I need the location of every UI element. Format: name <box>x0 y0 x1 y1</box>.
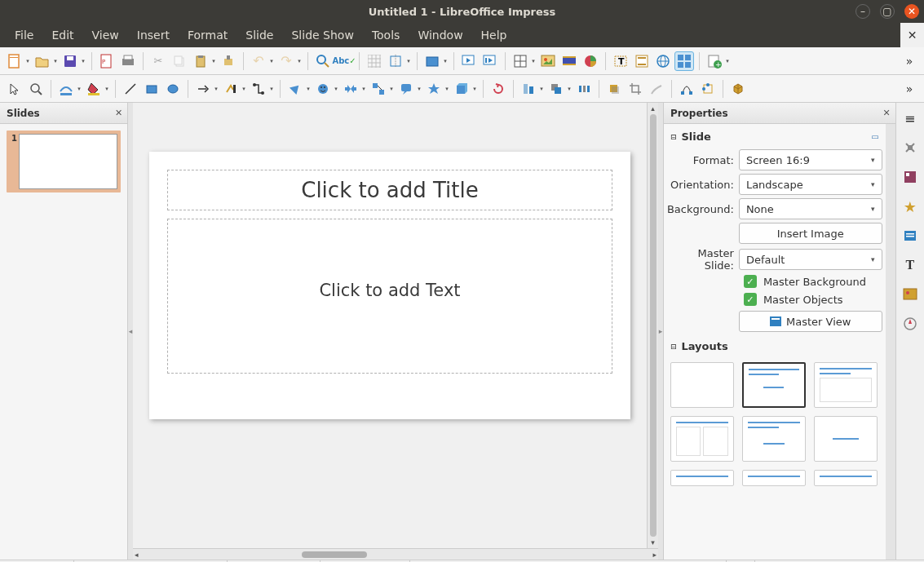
display-dropdown[interactable]: ▾ <box>442 58 449 64</box>
insert-image-icon[interactable] <box>538 51 558 71</box>
vertical-scrollbar[interactable]: ▴▾ <box>647 103 658 548</box>
layout-title-only[interactable] <box>814 362 878 408</box>
layout-two-content[interactable] <box>670 416 734 462</box>
save-icon[interactable] <box>60 51 80 71</box>
layout-8[interactable] <box>742 470 806 486</box>
curve-dropdown[interactable]: ▾ <box>241 86 247 92</box>
master-slide-select[interactable]: Default▾ <box>739 249 882 270</box>
print-icon[interactable] <box>118 51 138 71</box>
menu-help[interactable]: Help <box>473 25 515 45</box>
new-slide-icon[interactable]: + <box>705 51 724 71</box>
zoom-tool-icon[interactable] <box>26 79 46 99</box>
sidebar-transition-icon[interactable] <box>900 225 921 246</box>
cut-icon[interactable]: ✂ <box>148 51 168 71</box>
insert-image-button[interactable]: Insert Image <box>739 223 882 244</box>
redo-icon[interactable]: ↷ <box>276 51 296 71</box>
flowchart-icon[interactable] <box>369 79 388 99</box>
orientation-select[interactable]: Landscape▾ <box>739 174 882 195</box>
format-select[interactable]: Screen 16:9▾ <box>739 149 882 170</box>
sidebar-gallery-icon[interactable] <box>900 284 921 305</box>
fill-color-icon[interactable] <box>84 79 104 99</box>
line-color-dropdown[interactable]: ▾ <box>76 86 82 92</box>
arrow-dropdown[interactable]: ▾ <box>213 86 219 92</box>
sidebar-animation-icon[interactable]: ★ <box>900 196 921 217</box>
properties-close-icon[interactable]: ✕ <box>882 108 890 118</box>
rectangle-tool-icon[interactable] <box>142 79 161 99</box>
filter-icon[interactable] <box>647 79 666 99</box>
sidebar-style-icon[interactable]: T <box>900 254 921 276</box>
stars-icon[interactable] <box>424 79 444 99</box>
slide-thumbnail-1[interactable]: 1 <box>7 131 121 192</box>
crop-icon[interactable] <box>626 79 645 99</box>
symbol-shapes-icon[interactable] <box>313 79 333 99</box>
shadow-icon[interactable] <box>604 79 624 99</box>
arrow-tool-icon[interactable] <box>193 79 213 99</box>
layout-centered[interactable] <box>742 416 806 462</box>
callout-dropdown[interactable]: ▾ <box>416 86 422 92</box>
menu-tools[interactable]: Tools <box>364 25 409 45</box>
find-replace-icon[interactable] <box>313 51 333 71</box>
callout-icon[interactable] <box>396 79 416 99</box>
undo-dropdown[interactable]: ▾ <box>268 58 275 64</box>
spellcheck-icon[interactable]: Abc✓ <box>334 51 354 71</box>
paste-dropdown[interactable]: ▾ <box>210 58 217 64</box>
master-background-checkbox[interactable]: ✓Master Background <box>744 275 882 288</box>
slide-section-more-icon[interactable]: ▭ <box>871 132 878 141</box>
canvas-viewport[interactable]: Click to add Title Click to add Text <box>133 103 647 548</box>
new-slide-dropdown[interactable]: ▾ <box>724 58 731 64</box>
align-icon[interactable] <box>519 79 538 99</box>
arrange-icon[interactable] <box>546 79 566 99</box>
insert-chart-icon[interactable] <box>581 51 600 71</box>
menu-slideshow[interactable]: Slide Show <box>283 25 361 45</box>
sidebar-properties-icon[interactable] <box>900 137 921 158</box>
title-placeholder[interactable]: Click to add Title <box>167 170 612 210</box>
properties-scrollbar[interactable] <box>886 124 895 560</box>
helplines-icon[interactable] <box>386 51 405 71</box>
basic-shapes-icon[interactable] <box>285 79 305 99</box>
select-tool-icon[interactable] <box>5 79 24 99</box>
menu-insert[interactable]: Insert <box>129 25 178 45</box>
menu-format[interactable]: Format <box>179 25 236 45</box>
content-placeholder[interactable]: Click to add Text <box>167 219 612 374</box>
curve-tool-icon[interactable] <box>221 79 241 99</box>
sidebar-settings-icon[interactable]: ≡ <box>900 108 921 129</box>
insert-header-footer-icon[interactable] <box>632 51 652 71</box>
rotate-icon[interactable] <box>489 79 508 99</box>
block-arrows-dropdown[interactable]: ▾ <box>360 86 367 92</box>
slides-panel-close-icon[interactable]: ✕ <box>115 108 122 118</box>
flowchart-dropdown[interactable]: ▾ <box>388 86 395 92</box>
save-dropdown[interactable]: ▾ <box>80 58 86 64</box>
glue-points-icon[interactable] <box>698 79 718 99</box>
line-tool-icon[interactable] <box>121 79 140 99</box>
distribute-icon[interactable] <box>574 79 594 99</box>
toolbar-more-icon[interactable]: » <box>900 51 919 71</box>
open-dropdown[interactable]: ▾ <box>52 58 59 64</box>
layout-title-bottom[interactable] <box>814 416 878 462</box>
slide-canvas[interactable]: Click to add Title Click to add Text <box>149 152 630 419</box>
stars-dropdown[interactable]: ▾ <box>444 86 450 92</box>
insert-hyperlink-icon[interactable] <box>653 51 673 71</box>
open-icon[interactable] <box>33 51 52 71</box>
toolbar2-more-icon[interactable]: » <box>900 79 919 99</box>
master-objects-checkbox[interactable]: ✓Master Objects <box>744 293 882 306</box>
menu-window[interactable]: Window <box>409 25 471 45</box>
layout-title-content[interactable] <box>742 362 806 408</box>
paste-icon[interactable] <box>191 51 210 71</box>
sidebar-master-icon[interactable] <box>900 166 921 188</box>
redo-dropdown[interactable]: ▾ <box>296 58 303 64</box>
layout-9[interactable] <box>814 470 878 486</box>
menu-file[interactable]: File <box>7 25 42 45</box>
connector-dropdown[interactable]: ▾ <box>268 86 275 92</box>
align-dropdown[interactable]: ▾ <box>538 86 545 92</box>
layout-7[interactable] <box>670 470 734 486</box>
menu-view[interactable]: View <box>84 25 127 45</box>
points-icon[interactable] <box>677 79 696 99</box>
table-dropdown[interactable]: ▾ <box>530 58 537 64</box>
new-document-icon[interactable] <box>5 51 24 71</box>
clone-format-icon[interactable] <box>219 51 238 71</box>
arrange-dropdown[interactable]: ▾ <box>566 86 573 92</box>
export-pdf-icon[interactable]: P <box>97 51 117 71</box>
line-color-icon[interactable] <box>56 79 76 99</box>
menu-slide[interactable]: Slide <box>237 25 281 45</box>
window-maximize-button[interactable]: ▢ <box>880 4 895 19</box>
